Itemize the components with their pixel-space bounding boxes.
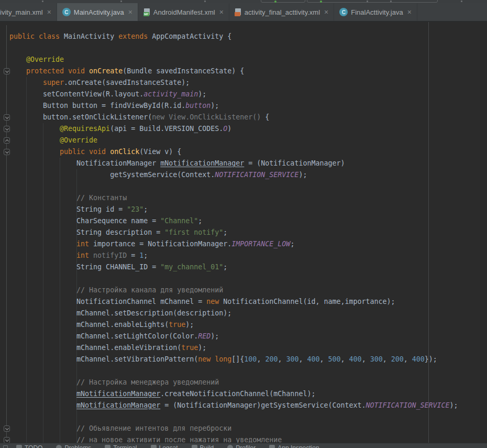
tool-window-button-profiler[interactable]: Profiler xyxy=(227,444,256,448)
tab-label: FinalActtivity.java xyxy=(351,8,403,16)
code-line: Button button = findViewById(R.id.button… xyxy=(9,100,458,112)
code-text: public class MainActivity extends AppCom… xyxy=(9,31,458,443)
tab-close-icon[interactable]: × xyxy=(47,8,51,16)
code-line: // Настройка менеджера уведомлений xyxy=(9,377,458,388)
code-line: String description = "first notify"; xyxy=(9,227,458,238)
code-line: mChannel.setVibrationPattern(new long[]{… xyxy=(9,354,458,365)
run-device-widget[interactable] xyxy=(261,0,305,3)
code-line: getSystemService(Context.NOTIFICATION_SE… xyxy=(9,169,458,181)
tool-window-button-label: Profiler xyxy=(236,444,256,448)
editor-tab-bar: ivity_main.xml×CMainActivity.java×MFAndr… xyxy=(0,3,487,21)
tab-close-icon[interactable]: × xyxy=(324,8,328,16)
todo-icon xyxy=(16,445,22,448)
terminal-icon xyxy=(105,445,110,448)
profiler-icon xyxy=(227,445,233,448)
code-line xyxy=(9,42,458,54)
code-line: mChannel.setDescription(description); xyxy=(9,308,458,319)
code-line: public void onClick(View v) { xyxy=(9,146,458,158)
code-line: // Обьявление интентов для переброски xyxy=(9,423,458,434)
tab-label: activity_final_acttivity.xml xyxy=(245,8,320,16)
tool-window-button-logcat[interactable]: Logcat xyxy=(151,444,178,448)
tab-ivity_main.xml[interactable]: ivity_main.xml× xyxy=(0,3,57,21)
code-line: // на новое активити после нажатия на ув… xyxy=(9,434,458,443)
manifest-file-icon: MF xyxy=(143,8,150,16)
tool-window-button-label: Build xyxy=(200,444,214,448)
tab-label: MainActivity.java xyxy=(74,8,124,16)
app-inspection-icon xyxy=(269,445,275,448)
code-line xyxy=(9,273,458,285)
run-configuration-widget[interactable] xyxy=(307,0,438,3)
toolbar-tick xyxy=(367,1,368,2)
code-line: mChannel.enableLights(true); xyxy=(9,319,458,331)
code-line: protected void onCreate(Bundle savedInst… xyxy=(9,65,458,77)
tool-window-button-label: TODO xyxy=(25,444,42,448)
tab-label: AndroidManifest.xml xyxy=(153,8,215,16)
tool-window-stripe-icon[interactable] xyxy=(3,445,8,448)
code-line: // Константы xyxy=(9,192,458,204)
run-status-dot-icon xyxy=(274,1,276,3)
tool-window-button-label: Logcat xyxy=(159,444,178,448)
run-status-dot-icon xyxy=(320,1,322,3)
tool-window-button-app-inspection[interactable]: App Inspection xyxy=(269,444,319,448)
fold-region-line xyxy=(6,25,7,443)
code-line: setContentView(R.layout.activity_main); xyxy=(9,89,458,100)
tab-close-icon[interactable]: × xyxy=(128,8,132,16)
code-line: @RequiresApi(api = Build.VERSION_CODES.O… xyxy=(9,123,458,135)
code-line: int notifyID = 1; xyxy=(9,250,458,261)
toolbar-tick xyxy=(204,1,206,2)
toolbar-tick xyxy=(461,1,462,2)
bottom-bar-items: TODOProblemsTerminalLogcatBuildProfilerA… xyxy=(0,443,487,448)
logcat-icon xyxy=(151,445,157,448)
code-line xyxy=(9,365,458,377)
bottom-tool-window-bar: TODOProblemsTerminalLogcatBuildProfilerA… xyxy=(0,443,487,448)
code-line: mChannel.enableVibration(true); xyxy=(9,342,458,354)
toolbar-tick xyxy=(390,1,392,2)
toolbar-tick xyxy=(120,1,122,2)
tool-window-button-build[interactable]: Build xyxy=(192,444,214,448)
tool-window-button-label: App Inspection xyxy=(278,444,319,448)
code-line: button.setOnClickListener(new View.OnCli… xyxy=(9,112,458,123)
tool-window-button-label: Problems xyxy=(64,444,91,448)
code-line: int importance = NotificationManager.IMP… xyxy=(9,238,458,250)
code-line: public class MainActivity extends AppCom… xyxy=(9,31,458,42)
problems-icon xyxy=(56,445,62,448)
code-line: super.onCreate(savedInstanceState); xyxy=(9,77,458,89)
tool-window-button-terminal[interactable]: Terminal xyxy=(105,444,137,448)
toolbar-tick xyxy=(42,1,43,2)
code-line: mChannel.setLightColor(Color.RED); xyxy=(9,331,458,342)
code-line: // Настройка канала для уведомлений xyxy=(9,285,458,296)
java-class-icon: C xyxy=(339,8,348,16)
code-line: CharSequence name = "Channel"; xyxy=(9,215,458,227)
code-line xyxy=(9,181,458,192)
tab-MainActivity.java[interactable]: CMainActivity.java× xyxy=(57,3,138,21)
tool-window-button-label: Terminal xyxy=(113,444,137,448)
xml-file-icon xyxy=(235,8,241,16)
tool-window-button-problems[interactable]: Problems xyxy=(56,444,91,448)
tab-AndroidManifest.xml[interactable]: MFAndroidManifest.xml× xyxy=(138,3,229,21)
code-line: NotificationManager mNotificationManager… xyxy=(9,158,458,169)
code-line: mNotificationManager.createNotificationC… xyxy=(9,388,458,400)
code-line: String CHANNEL_ID = "my_channel_01"; xyxy=(9,261,458,273)
tab-close-icon[interactable]: × xyxy=(219,8,224,16)
code-line xyxy=(9,411,458,423)
build-icon xyxy=(192,445,197,448)
code-line: NotificationChannel mChannel = new Notif… xyxy=(9,296,458,308)
java-class-icon: C xyxy=(62,8,71,16)
tab-label: ivity_main.xml xyxy=(0,8,43,16)
tab-FinalActtivity.java[interactable]: CFinalActtivity.java× xyxy=(334,3,417,21)
code-line: mNotificationManager = (NotificationMana… xyxy=(9,400,458,411)
code-line: String id = "23"; xyxy=(9,204,458,215)
tool-window-button-todo[interactable]: TODO xyxy=(16,444,42,448)
tab-close-icon[interactable]: × xyxy=(407,8,412,16)
code-line: @Override xyxy=(9,54,458,65)
code-editor[interactable]: public class MainActivity extends AppCom… xyxy=(0,22,487,443)
tab-activity_final_acttivity.xml[interactable]: activity_final_acttivity.xml× xyxy=(229,3,334,21)
code-line: @Override xyxy=(9,135,458,146)
